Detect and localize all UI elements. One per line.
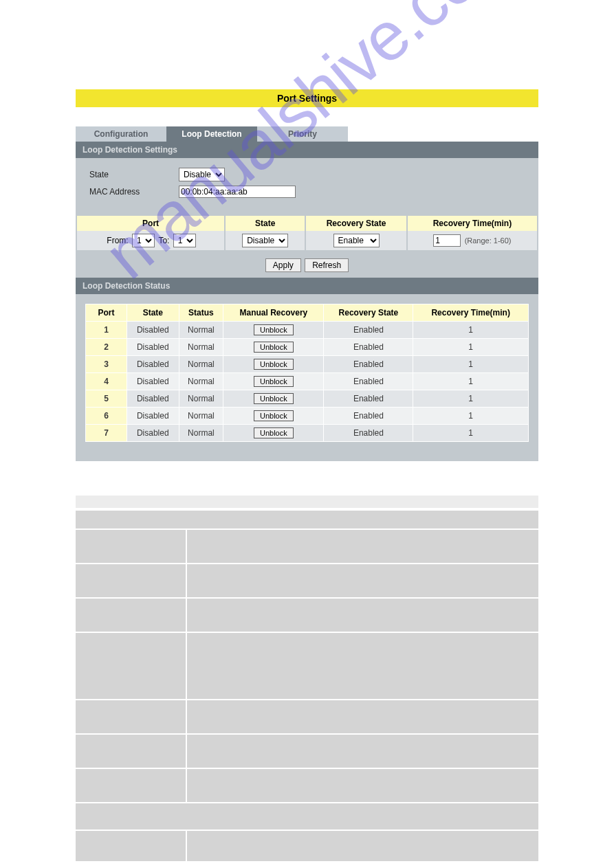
recovery-state-cell: Enabled [324,408,413,425]
unblock-button[interactable]: Unblock [254,359,294,370]
unblock-button[interactable]: Unblock [254,376,294,387]
manual-recovery-cell: Unblock [223,339,324,356]
manual-recovery-cell: Unblock [223,390,324,408]
config-table: Port State Recovery State Recovery Time(… [76,216,538,250]
port-from-label: From: [107,236,128,245]
recovery-time-cell: 1 [413,425,529,442]
recovery-state-cell: Enabled [324,425,413,442]
status-header: Loop Detection Status [76,278,538,294]
page-title: Port Settings [76,89,538,107]
description-section [0,489,614,868]
tab-bar: Configuration Loop Detection Priority [76,126,538,142]
state-cell: Disabled [127,339,179,356]
recovery-time-cell: 1 [413,408,529,425]
manual-recovery-cell: Unblock [223,373,324,390]
manual-recovery-cell: Unblock [223,425,324,442]
status-cell: Normal [179,356,223,373]
mac-input[interactable] [179,186,296,198]
col-recovery-time-header: Recovery Time(min) [408,216,537,231]
port-to-label: To: [158,236,169,245]
port-from-select[interactable]: 1234567 [132,234,155,247]
refresh-button[interactable]: Refresh [305,258,349,272]
recovery-time-cell: (Range: 1-60) [408,231,537,250]
main-panel: Loop Detection Settings State Disable En… [76,142,538,461]
port-cell: 1 [86,322,127,339]
status-cell: Normal [179,408,223,425]
table-row: 7DisabledNormalUnblockEnabled1 [86,425,529,442]
state-cell: Disabled [127,390,179,408]
recovery-time-cell: 1 [413,322,529,339]
recovery-time-input[interactable] [433,234,461,247]
status-col-port: Port [86,304,127,322]
unblock-button[interactable]: Unblock [254,410,294,421]
state-select[interactable]: Disable Enable [179,168,225,181]
state-cell: Disabled [127,425,179,442]
unblock-button[interactable]: Unblock [254,342,294,353]
port-cell: 4 [86,373,127,390]
settings-block: State Disable Enable MAC Address [76,158,538,213]
state-label: State [89,170,179,179]
port-state-select[interactable]: Disable Enable [242,234,288,247]
recovery-time-cell: 1 [413,373,529,390]
recovery-state-cell: Enabled [324,390,413,408]
status-cell: Normal [179,425,223,442]
table-row: 1DisabledNormalUnblockEnabled1 [86,322,529,339]
manual-recovery-cell: Unblock [223,322,324,339]
port-cell: 5 [86,390,127,408]
button-row: Apply Refresh [76,258,538,272]
status-col-recstate: Recovery State [324,304,413,322]
port-cell: 2 [86,339,127,356]
status-cell: Normal [179,339,223,356]
recovery-time-cell: 1 [413,339,529,356]
table-row: 2DisabledNormalUnblockEnabled1 [86,339,529,356]
status-cell: Normal [179,322,223,339]
recovery-time-cell: 1 [413,390,529,408]
port-cell: 3 [86,356,127,373]
port-cell: 6 [86,408,127,425]
manual-recovery-cell: Unblock [223,408,324,425]
recovery-time-range: (Range: 1-60) [465,236,512,245]
tab-priority[interactable]: Priority [257,126,348,142]
status-col-rectime: Recovery Time(min) [413,304,529,322]
manual-recovery-cell: Unblock [223,356,324,373]
status-cell: Normal [179,390,223,408]
col-state-header: State [226,216,305,231]
col-port-header: Port [77,216,224,231]
state-cell: Disable Enable [226,231,305,250]
recovery-time-cell: 1 [413,356,529,373]
recovery-state-cell: Enabled [324,356,413,373]
mac-label: MAC Address [89,187,179,197]
table-row: 3DisabledNormalUnblockEnabled1 [86,356,529,373]
table-row: 6DisabledNormalUnblockEnabled1 [86,408,529,425]
table-row: 4DisabledNormalUnblockEnabled1 [86,373,529,390]
state-cell: Disabled [127,408,179,425]
table-row: 5DisabledNormalUnblockEnabled1 [86,390,529,408]
tab-configuration[interactable]: Configuration [76,126,166,142]
tab-loop-detection[interactable]: Loop Detection [166,126,257,142]
recovery-state-select[interactable]: Enable Disable [333,234,380,247]
port-to-select[interactable]: 1234567 [173,234,196,247]
recovery-state-cell: Enable Disable [306,231,406,250]
port-range-cell: From: 1234567 To: 1234567 [77,231,224,250]
state-cell: Disabled [127,373,179,390]
status-col-state: State [127,304,179,322]
port-cell: 7 [86,425,127,442]
status-col-status: Status [179,304,223,322]
recovery-state-cell: Enabled [324,339,413,356]
recovery-state-cell: Enabled [324,322,413,339]
apply-button[interactable]: Apply [265,258,301,272]
settings-header: Loop Detection Settings [76,142,538,158]
col-recovery-state-header: Recovery State [306,216,406,231]
recovery-state-cell: Enabled [324,373,413,390]
state-cell: Disabled [127,322,179,339]
unblock-button[interactable]: Unblock [254,393,294,404]
status-cell: Normal [179,373,223,390]
state-cell: Disabled [127,356,179,373]
unblock-button[interactable]: Unblock [254,324,294,335]
unblock-button[interactable]: Unblock [254,427,294,438]
status-col-manual: Manual Recovery [223,304,324,322]
status-table: Port State Status Manual Recovery Recove… [85,304,529,442]
